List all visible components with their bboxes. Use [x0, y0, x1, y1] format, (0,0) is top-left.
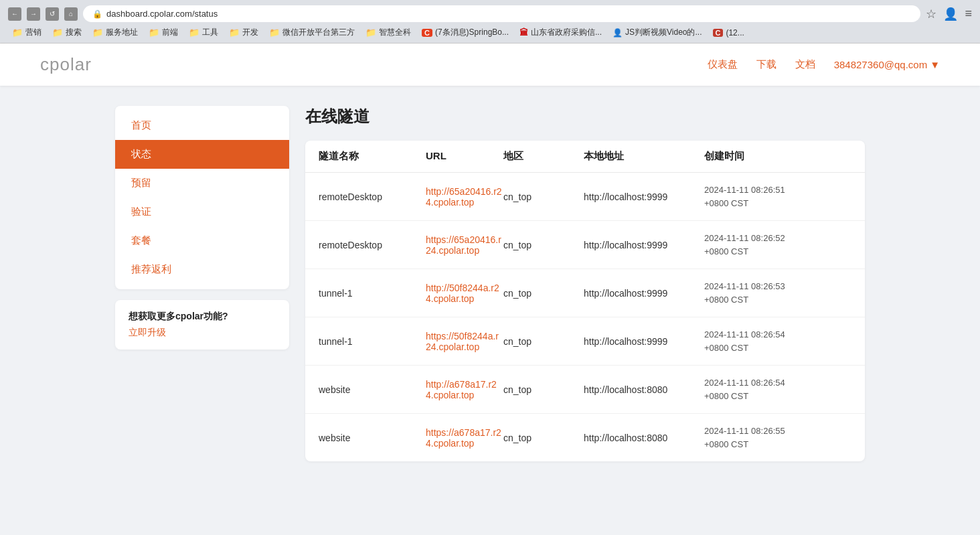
- tunnel-time: 2024-11-11 08:26:52+0800 CST: [704, 232, 851, 258]
- table-row: remoteDesktop https://65a20416.r24.cpola…: [305, 221, 865, 269]
- table-row: remoteDesktop http://65a20416.r24.cpolar…: [305, 173, 865, 221]
- gov-icon: 🏛: [519, 27, 528, 37]
- sidebar-item-verify[interactable]: 验证: [115, 198, 289, 226]
- sidebar-card: 首页 状态 预留 验证 套餐 推荐返利: [115, 106, 289, 289]
- bookmark-wechat[interactable]: 📁 微信开放平台第三方: [265, 25, 359, 40]
- col-header-local: 本地地址: [584, 150, 704, 163]
- tunnel-name: tunnel-1: [319, 336, 426, 347]
- tunnel-url[interactable]: https://65a20416.r24.cpolar.top: [426, 234, 503, 256]
- dropdown-icon: ▼: [930, 59, 940, 70]
- star-icon[interactable]: ☆: [926, 7, 936, 21]
- bookmark-label: (7条消息)SpringBo...: [435, 27, 509, 38]
- bookmark-js-video[interactable]: 👤 JS判断视频Video的...: [608, 25, 706, 40]
- tunnel-local: http://localhost:9999: [584, 240, 704, 250]
- bookmark-label: JS判断视频Video的...: [625, 27, 702, 38]
- navbar-nav: 仪表盘 下载 文档 384827360@qq.com ▼: [708, 58, 940, 71]
- tunnel-time: 2024-11-11 08:26:55+0800 CST: [704, 425, 851, 451]
- nav-docs[interactable]: 文档: [795, 58, 815, 71]
- folder-icon: 📁: [189, 27, 199, 37]
- nav-download[interactable]: 下载: [756, 58, 777, 71]
- folder-icon: 📁: [229, 27, 240, 37]
- bookmark-search[interactable]: 📁 搜索: [48, 25, 86, 40]
- folder-icon: 📁: [92, 27, 103, 37]
- tunnel-local: http://localhost:8080: [584, 384, 704, 395]
- bookmark-shandong[interactable]: 🏛 山东省政府采购信...: [515, 25, 606, 40]
- browser-forward-icon[interactable]: →: [27, 7, 40, 21]
- tunnel-region: cn_top: [503, 384, 584, 395]
- col-header-time: 创建时间: [704, 150, 851, 163]
- navbar: cpolar 仪表盘 下载 文档 384827360@qq.com ▼: [0, 44, 980, 86]
- tunnel-name: website: [319, 384, 426, 395]
- bookmark-yingxiao[interactable]: 📁 营销: [8, 25, 46, 40]
- tunnel-name: website: [319, 433, 426, 443]
- sidebar-item-referral[interactable]: 推荐返利: [115, 255, 289, 284]
- col-header-name: 隧道名称: [319, 150, 426, 163]
- cpolar-logo: cpolar: [40, 54, 92, 75]
- tunnel-region: cn_top: [503, 336, 584, 347]
- tunnel-local: http://localhost:8080: [584, 433, 704, 443]
- profile-icon[interactable]: 👤: [943, 7, 958, 21]
- sidebar-item-home[interactable]: 首页: [115, 111, 289, 140]
- folder-icon: 📁: [365, 27, 376, 37]
- main-content: 首页 状态 预留 验证 套餐 推荐返利 想获取更多cpol: [88, 86, 892, 481]
- sidebar-item-plan[interactable]: 套餐: [115, 226, 289, 255]
- bookmark-c2[interactable]: C (12...: [709, 25, 748, 40]
- bookmark-label: 营销: [25, 27, 42, 38]
- browser-back-icon[interactable]: ←: [8, 7, 21, 21]
- browser-home-icon[interactable]: ⌂: [64, 7, 78, 21]
- tunnel-url[interactable]: http://65a20416.r24.cpolar.top: [426, 186, 503, 208]
- user-menu[interactable]: 384827360@qq.com ▼: [834, 59, 940, 70]
- tunnel-url[interactable]: https://a678a17.r24.cpolar.top: [426, 427, 503, 449]
- sidebar-upgrade-card: 想获取更多cpolar功能? 立即升级: [115, 300, 289, 350]
- content-area: 在线隧道 隧道名称 URL 地区 本地地址 创建时间 remoteDesktop…: [305, 106, 865, 461]
- address-text: dashboard.cpolar.com/status: [106, 9, 218, 19]
- upgrade-prompt: 想获取更多cpolar功能?: [129, 311, 276, 323]
- bookmark-zhihui[interactable]: 📁 智慧全科: [361, 25, 415, 40]
- sidebar-item-status[interactable]: 状态: [115, 140, 289, 169]
- bookmark-label: 前端: [162, 27, 178, 38]
- tunnel-region: cn_top: [503, 433, 584, 443]
- folder-icon: 📁: [269, 27, 280, 37]
- tunnel-name: remoteDesktop: [319, 192, 426, 202]
- browser-chrome: ← → ↺ ⌂ 🔒 dashboard.cpolar.com/status ☆ …: [0, 0, 980, 22]
- user-icon: 👤: [612, 28, 623, 37]
- tunnel-url[interactable]: http://50f8244a.r24.cpolar.top: [426, 283, 503, 304]
- bookmark-tools[interactable]: 📁 工具: [185, 25, 222, 40]
- bookmarks-bar: 📁 营销 📁 搜索 📁 服务地址 📁 前端 📁 工具 📁 开发 📁 微信开放平台…: [0, 22, 980, 44]
- sidebar: 首页 状态 预留 验证 套餐 推荐返利 想获取更多cpol: [115, 106, 289, 461]
- security-icon: 🔒: [92, 9, 102, 19]
- bookmark-frontend[interactable]: 📁 前端: [145, 25, 182, 40]
- bookmark-dev[interactable]: 📁 开发: [225, 25, 262, 40]
- nav-dashboard[interactable]: 仪表盘: [708, 58, 738, 71]
- c-icon: C: [422, 29, 432, 37]
- bookmark-service[interactable]: 📁 服务地址: [88, 25, 142, 40]
- menu-icon[interactable]: ≡: [965, 7, 972, 21]
- bookmark-label: 搜索: [66, 27, 82, 38]
- tunnel-time: 2024-11-11 08:26:54+0800 CST: [704, 328, 851, 354]
- table-row: website http://a678a17.r24.cpolar.top cn…: [305, 366, 865, 414]
- bookmark-label: 服务地址: [106, 27, 138, 38]
- bookmark-label: 开发: [242, 27, 258, 38]
- browser-refresh-icon[interactable]: ↺: [46, 7, 59, 21]
- folder-icon: 📁: [52, 27, 63, 37]
- upgrade-link[interactable]: 立即升级: [129, 327, 276, 339]
- table-header: 隧道名称 URL 地区 本地地址 创建时间: [305, 141, 865, 173]
- tunnel-url[interactable]: https://50f8244a.r24.cpolar.top: [426, 331, 503, 352]
- bookmark-label: (12...: [726, 28, 744, 37]
- bookmark-spring[interactable]: C (7条消息)SpringBo...: [418, 25, 513, 40]
- folder-icon: 📁: [12, 27, 23, 37]
- tunnel-time: 2024-11-11 08:26:53+0800 CST: [704, 280, 851, 306]
- sidebar-item-reserve[interactable]: 预留: [115, 169, 289, 198]
- tunnel-name: tunnel-1: [319, 288, 426, 299]
- tunnel-time: 2024-11-11 08:26:51+0800 CST: [704, 183, 851, 210]
- tunnel-local: http://localhost:9999: [584, 288, 704, 299]
- tunnel-local: http://localhost:9999: [584, 336, 704, 347]
- tunnel-region: cn_top: [503, 240, 584, 250]
- user-email: 384827360@qq.com: [834, 59, 928, 70]
- address-bar[interactable]: 🔒 dashboard.cpolar.com/status: [83, 5, 920, 22]
- tunnel-table: 隧道名称 URL 地区 本地地址 创建时间 remoteDesktop http…: [305, 141, 865, 461]
- table-row: tunnel-1 http://50f8244a.r24.cpolar.top …: [305, 269, 865, 317]
- tunnel-url[interactable]: http://a678a17.r24.cpolar.top: [426, 379, 503, 400]
- page-title: 在线隧道: [305, 106, 865, 127]
- bookmark-label: 山东省政府采购信...: [531, 27, 602, 38]
